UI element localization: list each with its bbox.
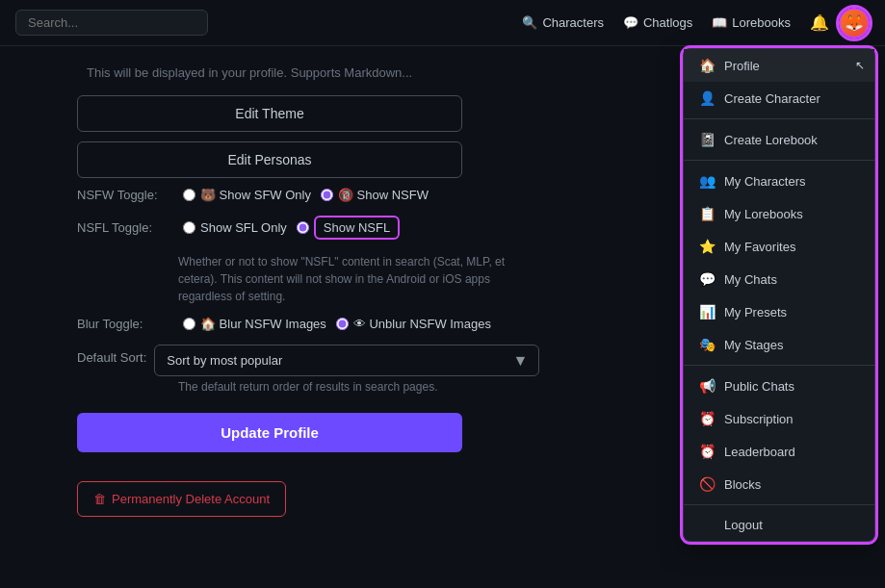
nav-link-lorebooks[interactable]: 📖 Lorebooks [712,15,791,30]
leaderboard-icon: ⏰ [699,444,715,459]
dropdown-label-logout: Logout [724,518,763,532]
dropdown-label-my-favorites: My Favorites [724,240,795,254]
dropdown-label-public-chats: Public Chats [724,379,794,394]
dropdown-label-profile: Profile [724,59,760,73]
delete-account-button[interactable]: 🗑 Permanently Delete Account [77,481,286,517]
dropdown-item-my-characters[interactable]: 👥 My Characters [684,165,874,197]
blur-unblur-label: 👁 Unblur NSFW Images [353,317,491,331]
dropdown-label-subscription: Subscription [724,412,794,426]
lorebooks-icon: 📖 [712,15,727,30]
book-icon: 📓 [699,132,715,147]
dropdown-label-create-lorebook: Create Lorebook [724,133,818,147]
stages-icon: 🎭 [699,337,715,352]
dropdown-item-create-character[interactable]: 👤 Create Character [684,82,874,115]
delete-account-label: Permanently Delete Account [112,492,270,506]
blur-unblur-radio[interactable] [336,318,349,330]
sort-hint-text: The default return order of results in s… [178,380,437,394]
blur-blur-radio[interactable] [183,318,195,330]
notification-bell-icon[interactable]: 🔔 [810,13,829,32]
blur-toggle-label: Blur Toggle: [77,317,173,331]
dropdown-item-my-favorites[interactable]: ⭐ My Favorites [684,230,874,263]
blur-blur-option[interactable]: 🏠 Blur NSFW Images [183,317,326,331]
dropdown-item-public-chats[interactable]: 📢 Public Chats [684,370,874,402]
cursor-pointer-icon: ↖ [855,59,865,72]
search-icon: 🔍 [522,15,537,30]
star-icon: ⭐ [699,239,715,254]
nav-link-chatlogs[interactable]: 💬 Chatlogs [623,15,692,30]
nsfw-show-label: 🔞 Show NSFW [338,188,429,202]
dropdown-item-my-chats[interactable]: 💬 My Chats [684,263,874,295]
dropdown-item-subscription[interactable]: ⏰ Subscription [684,402,874,435]
dropdown-item-my-lorebooks[interactable]: 📋 My Lorebooks [684,197,874,230]
dropdown-item-profile[interactable]: 🏠 Profile ↖ [684,49,874,82]
nsfl-show-radio[interactable] [297,221,309,234]
dropdown-item-leaderboard[interactable]: ⏰ Leaderboard [684,435,874,468]
nsfl-toggle-label: NSFL Toggle: [77,220,173,235]
nsfw-show-option[interactable]: 🔞 Show NSFW [321,188,429,202]
subscription-icon: ⏰ [699,411,715,426]
dropdown-item-my-stages[interactable]: 🎭 My Stages [684,328,874,361]
avatar-button[interactable]: 🦊 [839,8,870,38]
blur-unblur-option[interactable]: 👁 Unblur NSFW Images [336,317,491,331]
dropdown-label-my-presets: My Presets [724,305,787,320]
nsfl-show-option[interactable]: Show NSFL [297,216,400,240]
dropdown-divider-2 [684,160,874,161]
dropdown-label-my-characters: My Characters [724,174,806,189]
public-icon: 📢 [699,378,715,394]
person-icon: 👤 [699,90,715,106]
edit-personas-button[interactable]: Edit Personas [77,141,462,178]
dropdown-label-my-stages: My Stages [724,338,783,352]
update-profile-button[interactable]: Update Profile [77,413,462,452]
nav-link-characters[interactable]: 🔍 Characters [522,15,604,30]
nsfw-show-radio[interactable] [321,189,333,201]
dropdown-label-create-character: Create Character [724,91,820,106]
dropdown-divider-1 [684,118,874,119]
nav-icons: 🔔 🦊 [810,8,870,38]
dropdown-item-logout[interactable]: Logout [684,509,874,541]
dropdown-label-leaderboard: Leaderboard [724,445,795,459]
dropdown-label-my-chats: My Chats [724,272,777,287]
top-nav: 🔍 Characters 💬 Chatlogs 📖 Lorebooks 🔔 🦊 [0,0,885,46]
dropdown-menu: 🏠 Profile ↖ 👤 Create Character 📓 Create … [683,48,875,542]
dropdown-item-my-presets[interactable]: 📊 My Presets [684,295,874,328]
sort-select[interactable]: Sort by most popular Sort by newest Sort… [154,345,539,376]
nsfl-sfl-label: Show SFL Only [200,220,287,235]
presets-icon: 📊 [699,304,715,320]
dropdown-label-blocks: Blocks [724,477,761,492]
users-icon: 👥 [699,173,715,189]
dropdown-divider-4 [684,504,874,505]
nsfl-sfl-radio[interactable] [183,221,195,234]
blocks-icon: 🚫 [699,476,715,492]
lorebook-icon: 📋 [699,206,715,221]
nsfw-sfw-radio[interactable] [183,189,195,201]
nsfl-description: Whether or not to show "NSFL" content in… [178,253,544,305]
edit-theme-button[interactable]: Edit Theme [77,95,462,132]
dropdown-item-blocks[interactable]: 🚫 Blocks [684,468,874,500]
sort-select-wrapper: Sort by most popular Sort by newest Sort… [154,345,539,376]
trash-icon: 🗑 [93,492,106,506]
search-input[interactable] [15,10,208,36]
nsfw-toggle-label: NSFW Toggle: [77,188,173,202]
default-sort-label: Default Sort: [77,350,146,365]
nsfl-sfl-option[interactable]: Show SFL Only [183,220,287,235]
nsfw-sfw-option[interactable]: 🐻 Show SFW Only [183,188,311,202]
home-icon: 🏠 [699,58,715,73]
dropdown-divider-3 [684,365,874,366]
blur-blur-label: 🏠 Blur NSFW Images [200,317,326,331]
nsfw-sfw-label: 🐻 Show SFW Only [200,188,311,202]
chat-icon: 💬 [699,271,715,287]
dropdown-label-my-lorebooks: My Lorebooks [724,207,803,221]
dropdown-item-create-lorebook[interactable]: 📓 Create Lorebook [684,123,874,156]
chatlogs-icon: 💬 [623,15,638,30]
nsfl-show-label: Show NSFL [314,216,400,240]
sort-row-inline: Default Sort: Sort by most popular Sort … [77,345,539,376]
nav-links: 🔍 Characters 💬 Chatlogs 📖 Lorebooks 🔔 🦊 [522,8,870,38]
